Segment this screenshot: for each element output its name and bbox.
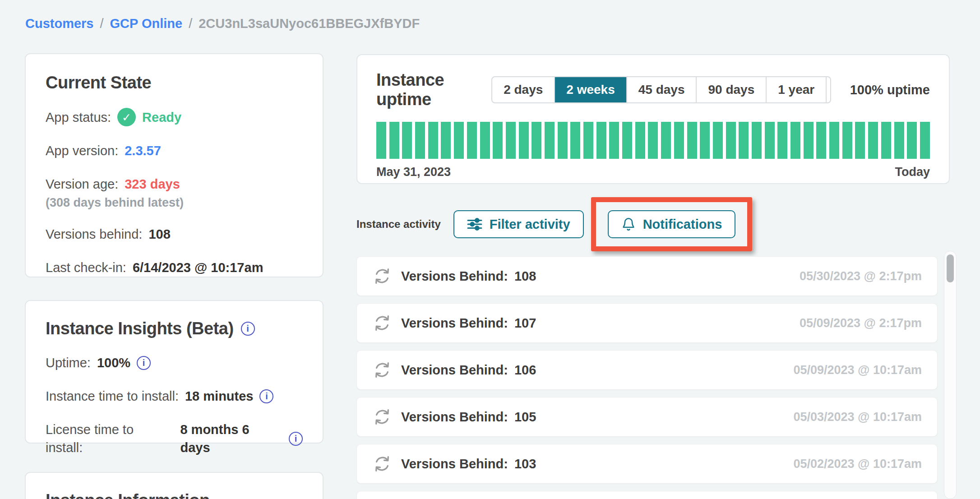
range-90-days[interactable]: 90 days <box>696 77 766 102</box>
range-2-weeks[interactable]: 2 weeks <box>554 77 626 102</box>
last-checkin-label: Last check-in: <box>46 259 126 277</box>
uptime-bar <box>739 122 749 159</box>
scrollbar-thumb[interactable] <box>947 254 954 282</box>
license-install-time-value: 8 months 6 days <box>180 420 282 457</box>
uptime-bar <box>480 122 490 159</box>
activity-row-label: Versions Behind: <box>401 457 508 471</box>
refresh-icon <box>372 360 392 379</box>
activity-row: Versions Behind: 105 05/03/2023 @ 10:17a… <box>356 397 938 437</box>
range-1-year[interactable]: 1 year <box>766 77 826 102</box>
instance-insights-title: Instance Insights (Beta) <box>46 319 234 338</box>
uptime-bar <box>415 122 425 159</box>
activity-row: Versions Behind: 107 05/09/2023 @ 2:17pm <box>356 303 938 343</box>
activity-row-label: Versions Behind: <box>401 269 508 284</box>
activity-scrollbar[interactable] <box>944 251 957 499</box>
info-icon[interactable]: i <box>289 432 303 446</box>
uptime-bar <box>842 122 852 159</box>
license-install-time-row: License time to install: 8 months 6 days… <box>46 420 303 457</box>
app-version-label: App version: <box>46 142 118 160</box>
bell-icon <box>621 217 636 232</box>
instance-install-time-label: Instance time to install: <box>46 387 179 405</box>
uptime-bar <box>790 122 800 159</box>
uptime-bar <box>622 122 632 159</box>
activity-row-timestamp: 05/09/2023 @ 10:17am <box>793 363 922 377</box>
activity-row-partial <box>356 491 938 499</box>
versions-behind-label: Versions behind: <box>46 225 142 243</box>
info-icon[interactable]: i <box>137 356 151 370</box>
uptime-bar <box>428 122 438 159</box>
info-icon[interactable]: i <box>259 389 273 403</box>
breadcrumb-customers[interactable]: Customers <box>25 16 94 31</box>
current-state-card: Current State App status: ✓ Ready App ve… <box>25 53 324 277</box>
uptime-bar <box>700 122 710 159</box>
uptime-bar <box>829 122 839 159</box>
uptime-value: 100% <box>97 354 130 372</box>
app-status-row: App status: ✓ Ready <box>46 108 303 126</box>
info-icon[interactable]: i <box>241 322 255 336</box>
range-all[interactable]: All <box>826 77 831 102</box>
uptime-bar <box>894 122 904 159</box>
uptime-bar <box>713 122 723 159</box>
instance-insights-card: Instance Insights (Beta) i Uptime: 100% … <box>25 300 324 444</box>
activity-row-timestamp: 05/09/2023 @ 2:17pm <box>800 316 922 330</box>
activity-row: Versions Behind: 106 05/09/2023 @ 10:17a… <box>356 350 938 390</box>
version-age-label: Version age: <box>46 175 118 193</box>
uptime-bar <box>609 122 619 159</box>
uptime-bar <box>454 122 464 159</box>
uptime-bar <box>868 122 878 159</box>
chart-end-date: Today <box>895 165 930 179</box>
app-version-row: App version: 2.3.57 <box>46 142 303 160</box>
uptime-bar <box>441 122 451 159</box>
uptime-bar <box>661 122 671 159</box>
annotation-highlight-box: Notifications <box>591 197 753 251</box>
uptime-bar <box>804 122 814 159</box>
range-45-days[interactable]: 45 days <box>626 77 696 102</box>
breadcrumb: Customers / GCP Online / 2CU3nL3saUNyoc6… <box>25 16 420 31</box>
uptime-bar <box>635 122 645 159</box>
uptime-bar <box>570 122 580 159</box>
activity-list[interactable]: Versions Behind: 108 05/30/2023 @ 2:17pm… <box>356 251 938 499</box>
uptime-row: Uptime: 100% i <box>46 354 303 372</box>
uptime-bar <box>687 122 697 159</box>
notifications-label: Notifications <box>643 217 722 232</box>
uptime-bar <box>545 122 555 159</box>
uptime-bar <box>532 122 541 159</box>
instance-activity-header: Instance activity Filter activity Notifi… <box>356 197 752 251</box>
breadcrumb-separator: / <box>100 16 104 31</box>
uptime-bar <box>726 122 736 159</box>
license-install-time-label: License time to install: <box>46 420 174 457</box>
notifications-button[interactable]: Notifications <box>608 210 736 238</box>
activity-row-label: Versions Behind: <box>401 363 508 378</box>
uptime-bar <box>752 122 762 159</box>
refresh-icon <box>372 267 392 286</box>
uptime-bar <box>376 122 386 159</box>
range-2-days[interactable]: 2 days <box>492 77 554 102</box>
filter-activity-button[interactable]: Filter activity <box>453 210 584 238</box>
instance-install-time-value: 18 minutes <box>185 387 254 405</box>
uptime-bar <box>402 122 412 159</box>
version-age-note: (308 days behind latest) <box>46 196 303 210</box>
app-version-value[interactable]: 2.3.57 <box>125 142 161 160</box>
uptime-percentage: 100% uptime <box>850 83 930 97</box>
instance-install-time-row: Instance time to install: 18 minutes i <box>46 387 303 405</box>
activity-row-label: Versions Behind: <box>401 410 508 425</box>
breadcrumb-instance-id: 2CU3nL3saUNyoc61BBEGJXfBYDF <box>199 16 420 31</box>
breadcrumb-customer-name[interactable]: GCP Online <box>110 16 183 31</box>
activity-row-value: 108 <box>514 269 536 284</box>
uptime-bar <box>907 122 917 159</box>
uptime-bar <box>648 122 658 159</box>
app-status-label: App status: <box>46 108 111 126</box>
instance-information-title: Instance Information <box>46 491 303 499</box>
activity-row-timestamp: 05/03/2023 @ 10:17am <box>793 410 922 424</box>
version-age-value: 323 days <box>125 175 180 193</box>
activity-row: Versions Behind: 108 05/30/2023 @ 2:17pm <box>356 256 938 296</box>
uptime-bar <box>519 122 529 159</box>
sliders-icon <box>467 217 482 232</box>
activity-row-value: 107 <box>514 316 536 331</box>
activity-row-value: 105 <box>514 410 536 425</box>
refresh-icon <box>372 314 392 333</box>
uptime-bar <box>674 122 684 159</box>
instance-uptime-card: Instance uptime 2 days 2 weeks 45 days 9… <box>356 54 950 184</box>
uptime-bar <box>920 122 930 159</box>
current-state-title: Current State <box>46 73 303 92</box>
